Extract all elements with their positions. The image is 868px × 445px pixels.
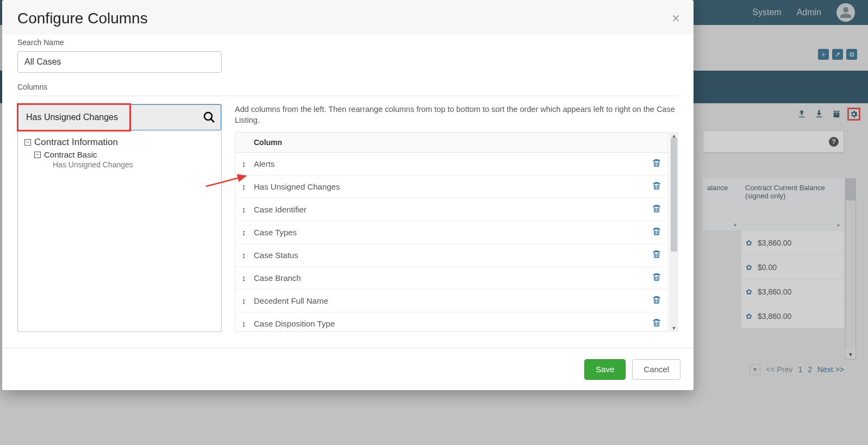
column-row[interactable]: ↕Has Unsigned Changes: [235, 176, 668, 198]
drag-handle-icon[interactable]: ↕: [242, 159, 252, 168]
delete-icon[interactable]: [652, 204, 661, 215]
column-name: Decedent Full Name: [252, 296, 652, 305]
column-name: Case Types: [252, 228, 652, 237]
column-row[interactable]: ↕Case Disposition Type: [235, 312, 668, 332]
collapse-icon[interactable]: −: [34, 152, 41, 158]
column-list-header: Column: [235, 133, 668, 153]
column-filter-wrap: [18, 104, 221, 130]
delete-icon[interactable]: [652, 227, 661, 238]
delete-icon[interactable]: [652, 272, 661, 284]
column-name: Has Unsigned Changes: [252, 182, 652, 191]
column-row[interactable]: ↕Alerts: [235, 153, 668, 176]
search-icon[interactable]: [203, 111, 216, 124]
save-button[interactable]: Save: [584, 359, 626, 380]
svg-line-1: [211, 119, 214, 122]
search-name-label: Search Name: [17, 38, 678, 47]
drag-handle-icon[interactable]: ↕: [242, 250, 252, 260]
column-list: Column ↕Alerts↕Has Unsigned Changes↕Case…: [235, 132, 669, 332]
drag-handle-icon[interactable]: ↕: [242, 205, 252, 214]
column-name: Case Identifier: [252, 205, 652, 214]
column-list-scrollbar[interactable]: ▲ ▼: [670, 132, 678, 332]
column-name: Case Disposition Type: [252, 319, 652, 328]
close-icon[interactable]: ✕: [671, 12, 680, 25]
configure-columns-modal: Configure Columns ✕ Search Name Columns …: [2, 0, 694, 390]
modal-body: Search Name Columns − Contract Informati…: [2, 35, 694, 348]
tree-leaf-has-unsigned-changes[interactable]: Has Unsigned Changes: [53, 160, 215, 169]
scroll-down-icon[interactable]: ▼: [670, 324, 678, 332]
column-filter-input[interactable]: [18, 104, 221, 130]
tree-node-contract-information[interactable]: − Contract Information: [24, 137, 215, 148]
column-list-wrap: Column ↕Alerts↕Has Unsigned Changes↕Case…: [235, 131, 678, 332]
column-row[interactable]: ↕Case Status: [235, 244, 668, 267]
cancel-button[interactable]: Cancel: [632, 359, 680, 380]
drag-handle-icon[interactable]: ↕: [242, 273, 252, 283]
column-row[interactable]: ↕Decedent Full Name: [235, 290, 668, 312]
columns-two-pane: − Contract Information − Contract Basic …: [17, 104, 678, 332]
collapse-icon[interactable]: −: [24, 139, 31, 146]
delete-icon[interactable]: [652, 295, 661, 306]
drag-handle-icon[interactable]: ↕: [242, 319, 252, 328]
column-row[interactable]: ↕Case Branch: [235, 267, 668, 290]
column-row[interactable]: ↕Case Types: [235, 221, 668, 244]
tree-node-label: Contract Information: [34, 137, 118, 148]
columns-section-label: Columns: [17, 83, 678, 96]
tree-node-label: Contract Basic: [44, 150, 97, 159]
drag-handle-icon[interactable]: ↕: [242, 296, 252, 305]
delete-icon[interactable]: [652, 158, 661, 170]
delete-icon[interactable]: [652, 181, 661, 192]
column-name: Alerts: [252, 159, 652, 168]
delete-icon[interactable]: [652, 249, 661, 261]
drag-handle-icon[interactable]: ↕: [242, 182, 252, 191]
column-tree: − Contract Information − Contract Basic …: [18, 130, 221, 176]
svg-point-0: [204, 112, 212, 120]
search-name-input[interactable]: [17, 51, 222, 73]
column-name: Case Status: [252, 250, 652, 260]
instructions-text: Add columns from the left. Then rearrang…: [235, 104, 678, 126]
modal-footer: Save Cancel: [2, 348, 694, 390]
column-row[interactable]: ↕Case Identifier: [235, 198, 668, 221]
delete-icon[interactable]: [652, 318, 661, 329]
modal-header: Configure Columns ✕: [2, 0, 694, 35]
drag-handle-icon[interactable]: ↕: [242, 228, 252, 237]
modal-title: Configure Columns: [17, 10, 678, 27]
scroll-thumb[interactable]: [671, 137, 677, 252]
tree-node-contract-basic[interactable]: − Contract Basic: [34, 150, 215, 159]
selected-columns-pane: Add columns from the left. Then rearrang…: [235, 104, 678, 332]
column-name: Case Branch: [252, 273, 652, 283]
available-columns-pane: − Contract Information − Contract Basic …: [17, 104, 222, 332]
